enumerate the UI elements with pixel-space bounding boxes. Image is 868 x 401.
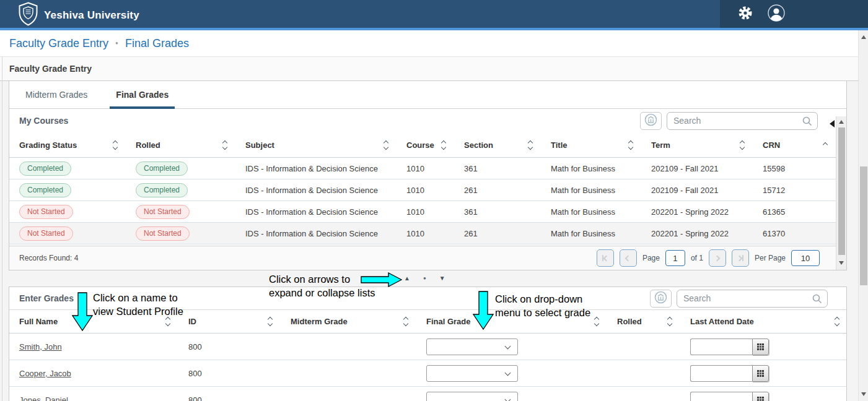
brand-name: Yeshiva University	[44, 9, 139, 22]
cell-student-id: 800	[188, 369, 291, 378]
scroll-down-icon[interactable]	[861, 392, 866, 396]
cell-section: 361	[464, 164, 551, 173]
column-header-subject[interactable]: Subject	[245, 140, 406, 150]
my-courses-tools-button[interactable]	[640, 112, 662, 130]
last-attend-date-input[interactable]	[690, 365, 752, 382]
cell-term: 202201 - Spring 2022	[651, 229, 763, 238]
tab-midterm-grades[interactable]: Midterm Grades	[19, 81, 94, 108]
settings-button[interactable]	[737, 5, 753, 23]
dashboard-tools-icon	[654, 291, 667, 306]
sort-icon[interactable]	[629, 141, 633, 149]
search-icon[interactable]	[802, 116, 812, 126]
column-header-rolled[interactable]: Rolled	[617, 317, 690, 326]
calendar-button[interactable]	[752, 338, 769, 355]
dropdown-note: Click on drop-down menu to select grade	[495, 292, 590, 319]
sort-icon[interactable]	[384, 141, 388, 149]
dashboard-tools-icon	[644, 113, 657, 128]
breadcrumb-final-grades[interactable]: Final Grades	[125, 37, 189, 50]
table-row[interactable]: Completed Completed IDS - Information & …	[9, 158, 836, 179]
cell-title: Math for Business	[551, 164, 651, 173]
column-header-title[interactable]: Title	[551, 140, 651, 150]
student-name-link[interactable]: Smith, John	[19, 342, 62, 351]
column-header-grading-status[interactable]: Grading Status	[19, 140, 136, 150]
column-header-section[interactable]: Section	[464, 140, 551, 150]
cell-title: Math for Business	[551, 229, 651, 238]
my-courses-search-input[interactable]	[667, 112, 818, 130]
final-grade-select[interactable]	[426, 392, 518, 401]
tab-final-grades[interactable]: Final Grades	[110, 81, 175, 108]
down-arrow-annotation-icon	[72, 292, 93, 332]
expand-collapse-note: Click on arrows to expand or collapse li…	[269, 272, 375, 300]
page-left-border	[2, 57, 2, 401]
profile-button[interactable]	[767, 4, 786, 24]
last-attend-date-input[interactable]	[690, 392, 752, 401]
column-header-crn[interactable]: CRN	[763, 140, 836, 150]
column-header-midterm-grade[interactable]: Midterm Grade	[291, 317, 426, 326]
sort-icon[interactable]	[166, 317, 170, 326]
records-found: Records Found: 4	[19, 254, 78, 262]
expand-down-icon[interactable]: ▼	[439, 275, 445, 282]
calendar-button[interactable]	[752, 392, 769, 401]
splitter-dot-icon[interactable]: ●	[423, 275, 426, 281]
next-page-button[interactable]	[709, 249, 726, 267]
student-name-link[interactable]: Jones, Daniel	[19, 395, 68, 401]
student-name-link[interactable]: Cooper, Jacob	[19, 369, 71, 378]
last-attend-date-input[interactable]	[690, 338, 752, 355]
grade-tabs: Midterm Grades Final Grades	[9, 81, 846, 109]
column-header-last-attend-date[interactable]: Last Attend Date	[690, 317, 846, 326]
cell-title: Math for Business	[551, 207, 651, 217]
page-number-input[interactable]	[665, 250, 685, 266]
sort-icon[interactable]	[113, 141, 117, 149]
cell-term: 202109 - Fall 2021	[651, 186, 763, 195]
final-grade-select[interactable]	[426, 365, 518, 382]
enter-grades-title: Enter Grades	[19, 293, 74, 303]
sort-icon[interactable]	[404, 317, 408, 326]
student-profile-note: Click on a name to view Student Profile	[93, 291, 183, 318]
sort-icon[interactable]	[268, 317, 272, 326]
column-header-term[interactable]: Term	[651, 140, 763, 150]
table-row[interactable]: Not Started Not Started IDS - Informatio…	[9, 223, 836, 244]
column-header-course[interactable]: Course	[406, 140, 464, 150]
brand[interactable]: Yeshiva University	[19, 2, 139, 28]
enter-grades-tools-button[interactable]	[650, 290, 672, 308]
scroll-up-icon[interactable]	[839, 120, 844, 124]
column-header-id[interactable]: ID	[188, 317, 291, 326]
calendar-icon	[756, 396, 765, 401]
column-header-full-name[interactable]: Full Name	[19, 317, 188, 326]
breadcrumb-faculty-grade-entry[interactable]: Faculty Grade Entry	[9, 37, 108, 50]
first-page-button[interactable]	[597, 249, 614, 267]
cell-course: 1010	[406, 207, 464, 217]
final-grade-select[interactable]	[426, 338, 518, 355]
calendar-button[interactable]	[752, 365, 769, 382]
scrollbar-thumb[interactable]	[838, 127, 845, 255]
my-courses-scrollbar[interactable]	[836, 116, 846, 270]
scroll-down-icon[interactable]	[839, 261, 844, 265]
cell-course: 1010	[406, 186, 464, 195]
page-scrollbar[interactable]	[858, 30, 868, 401]
status-badge: Completed	[136, 162, 188, 176]
sort-icon[interactable]	[835, 317, 839, 326]
sort-icon[interactable]	[595, 317, 598, 326]
status-badge: Not Started	[19, 205, 73, 219]
search-icon[interactable]	[812, 294, 822, 304]
scroll-up-icon[interactable]	[861, 35, 866, 39]
column-header-rolled[interactable]: Rolled	[136, 140, 245, 150]
sort-icon[interactable]	[740, 141, 744, 149]
collapse-left-icon[interactable]	[830, 120, 835, 127]
per-page-input[interactable]	[791, 250, 820, 266]
table-row[interactable]: Completed Completed IDS - Information & …	[9, 179, 836, 201]
sort-icon[interactable]	[442, 141, 445, 149]
user-icon	[767, 4, 786, 24]
panel-splitter: ▲ ● ▼	[404, 275, 445, 282]
collapse-up-icon[interactable]: ▲	[404, 275, 410, 282]
sort-icon[interactable]	[223, 141, 227, 149]
scrollbar-thumb[interactable]	[860, 166, 867, 285]
enter-grades-search-input[interactable]	[677, 290, 828, 308]
sort-icon[interactable]	[668, 317, 672, 326]
prev-page-button[interactable]	[620, 249, 637, 267]
sort-icon[interactable]	[528, 141, 532, 149]
cell-course: 1010	[406, 229, 464, 238]
last-page-button[interactable]	[732, 249, 749, 267]
sort-asc-icon[interactable]	[823, 143, 827, 147]
table-row[interactable]: Not Started Not Started IDS - Informatio…	[9, 201, 836, 223]
